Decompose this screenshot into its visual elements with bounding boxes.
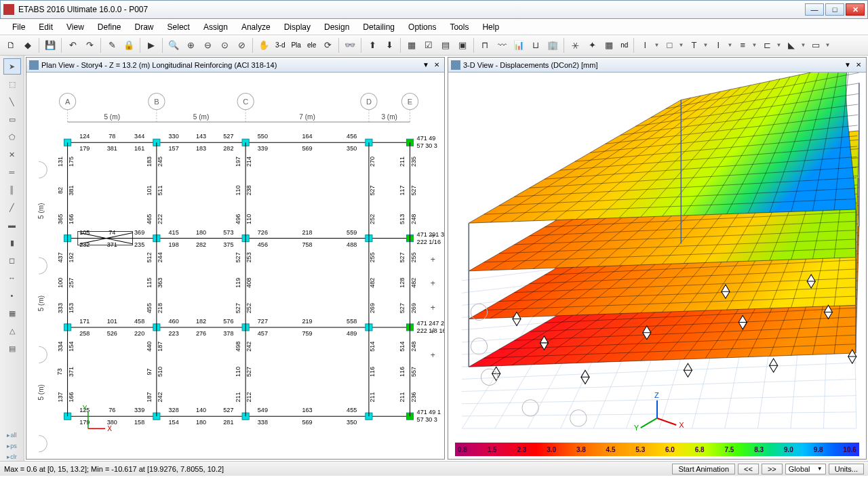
select-icon[interactable]: ⬚ xyxy=(3,76,21,92)
dim-icon[interactable]: ↔ xyxy=(3,270,21,286)
menu-assign[interactable]: Assign xyxy=(197,20,235,34)
slab-icon[interactable]: ▬ xyxy=(3,217,21,233)
svg-text:57 30 3: 57 30 3 xyxy=(417,142,437,149)
menu-define[interactable]: Define xyxy=(91,20,128,34)
menu-display[interactable]: Display xyxy=(277,20,317,34)
check-icon[interactable]: ☑ xyxy=(420,37,437,54)
lock-icon[interactable]: 🔒 xyxy=(121,37,137,54)
stack-icon[interactable]: ▣ xyxy=(454,37,471,54)
open-icon[interactable]: ◆ xyxy=(20,37,36,54)
layers-icon[interactable]: ▤ xyxy=(437,37,454,54)
view-plan-button[interactable]: Pla xyxy=(288,38,303,53)
chart-icon[interactable]: 📊 xyxy=(511,37,527,54)
plan-dropdown-icon[interactable]: ▼ xyxy=(421,60,431,70)
svg-text:101: 101 xyxy=(146,185,153,195)
wall-icon[interactable]: ▮ xyxy=(3,235,21,251)
section-box-icon[interactable]: □ xyxy=(661,37,677,54)
step-prev-button[interactable]: << xyxy=(738,464,759,474)
cross-icon[interactable]: ✕ xyxy=(3,146,21,163)
menu-edit[interactable]: Edit xyxy=(32,20,60,34)
zoom-out-icon[interactable]: ⊘ xyxy=(233,37,250,54)
3d-dropdown-icon[interactable]: ▼ xyxy=(843,60,852,70)
menu-help[interactable]: Help xyxy=(475,20,506,34)
section-t-icon[interactable]: T xyxy=(686,37,702,54)
menu-draw[interactable]: Draw xyxy=(128,20,161,34)
svg-text:192: 192 xyxy=(68,252,75,262)
frame-icon[interactable]: ⊓ xyxy=(477,37,493,54)
up-arrow-icon[interactable]: ⬆ xyxy=(364,37,380,54)
select-all-label[interactable]: ▸all xyxy=(7,431,16,439)
3d-close-icon[interactable]: ✕ xyxy=(854,60,863,70)
plan-close-icon[interactable]: ✕ xyxy=(432,60,441,70)
brace-icon[interactable]: ╱ xyxy=(3,199,21,216)
zoom-prev-icon[interactable]: ⊖ xyxy=(199,37,216,54)
menu-view[interactable]: View xyxy=(60,20,91,34)
redo-icon[interactable]: ↷ xyxy=(81,37,98,54)
zoom-window-icon[interactable]: 🔍 xyxy=(165,37,182,54)
menu-file[interactable]: File xyxy=(5,20,32,34)
clear-select-label[interactable]: ▸clr xyxy=(7,453,17,461)
wave-icon[interactable]: 〰 xyxy=(494,37,510,54)
run-icon[interactable]: ▶ xyxy=(143,37,159,54)
moment-icon[interactable]: ⊔ xyxy=(528,37,544,54)
view-3d-button[interactable]: 3-d xyxy=(273,38,288,53)
new-icon[interactable]: 🗋 xyxy=(3,37,19,54)
svg-text:527: 527 xyxy=(399,252,406,262)
maximize-button[interactable]: □ xyxy=(825,3,844,16)
perspective-icon[interactable]: 👓 xyxy=(342,37,358,54)
svg-text:157: 157 xyxy=(169,145,179,152)
save-icon[interactable]: 💾 xyxy=(42,37,58,54)
menu-options[interactable]: Options xyxy=(401,20,443,34)
snap-icon[interactable]: ⚹ xyxy=(567,37,583,54)
rect-icon[interactable]: ▭ xyxy=(3,111,21,127)
mesh-icon[interactable]: ▤ xyxy=(3,340,21,357)
section-i-icon[interactable]: I xyxy=(637,37,653,54)
refresh-icon[interactable]: ✎ xyxy=(104,37,120,54)
prev-select-label[interactable]: ▸ps xyxy=(7,442,17,450)
plan-view-canvas[interactable]: ABCDE5 (m)5 (m)7 (m)3 (m)471 4957 30 312… xyxy=(26,73,444,459)
grid-icon[interactable]: ▦ xyxy=(601,37,617,54)
building-icon[interactable]: 🏢 xyxy=(545,37,561,54)
line-icon[interactable]: ╲ xyxy=(3,94,21,110)
minimize-button[interactable]: — xyxy=(805,3,824,16)
object-icon[interactable]: ▦ xyxy=(403,37,420,54)
down-arrow-icon[interactable]: ⬇ xyxy=(381,37,397,54)
section-rect-icon[interactable]: ▭ xyxy=(808,37,824,54)
menu-design[interactable]: Design xyxy=(317,20,356,34)
svg-text:437: 437 xyxy=(57,252,64,262)
svg-text:527: 527 xyxy=(235,252,241,262)
snap2-icon[interactable]: ✦ xyxy=(584,37,600,54)
status-bar: Max = 0.6 at [0, 15, 13.2]; Min = -10.61… xyxy=(0,461,868,476)
menu-tools[interactable]: Tools xyxy=(443,20,475,34)
section-line-icon[interactable]: ≡ xyxy=(734,37,751,54)
grid2-icon[interactable]: ▦ xyxy=(3,305,21,321)
node-button[interactable]: nd xyxy=(618,38,631,53)
menu-analyze[interactable]: Analyze xyxy=(235,20,277,34)
3d-view-canvas[interactable]: XYZ 0.81.52.33.03.84.55.36.06.87.58.39.0… xyxy=(448,73,866,459)
svg-text:252: 252 xyxy=(245,303,252,313)
zoom-extents-icon[interactable]: ⊕ xyxy=(182,37,199,54)
opening-icon[interactable]: ◻ xyxy=(3,252,21,268)
pan-icon[interactable]: ✋ xyxy=(256,37,272,54)
close-button[interactable]: ✕ xyxy=(846,3,865,16)
section-angle-icon[interactable]: ◣ xyxy=(783,37,800,54)
section-i2-icon[interactable]: I xyxy=(710,37,726,54)
step-next-button[interactable]: >> xyxy=(762,464,783,474)
menu-select[interactable]: Select xyxy=(161,20,197,34)
column-icon[interactable]: ║ xyxy=(3,182,21,198)
coord-system-select[interactable]: Global▼ xyxy=(785,464,826,474)
start-animation-button[interactable]: Start Animation xyxy=(672,464,735,474)
undo-icon[interactable]: ↶ xyxy=(64,37,81,54)
poly-icon[interactable]: ⬠ xyxy=(3,129,21,145)
section-c-icon[interactable]: ⊏ xyxy=(759,37,775,54)
units-button[interactable]: Units... xyxy=(829,464,864,474)
joint-icon[interactable]: • xyxy=(3,287,21,304)
view-elev-button[interactable]: ele xyxy=(304,38,319,53)
pointer-icon[interactable]: ➤ xyxy=(3,58,21,75)
beam-icon[interactable]: ═ xyxy=(3,164,21,180)
tri-icon[interactable]: △ xyxy=(3,323,21,339)
zoom-in-icon[interactable]: ⊙ xyxy=(216,37,233,54)
svg-text:455: 455 xyxy=(347,407,357,413)
menu-detailing[interactable]: Detailing xyxy=(356,20,401,34)
rotate-icon[interactable]: ⟳ xyxy=(319,37,336,54)
